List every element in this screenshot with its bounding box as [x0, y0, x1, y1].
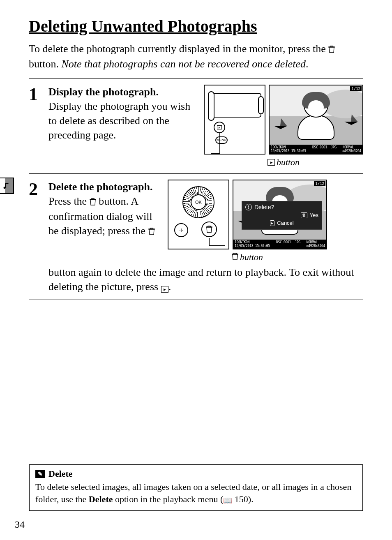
play-icon: ▸: [267, 159, 275, 166]
trash-button-illustration: [201, 222, 217, 237]
step-2-body-a: Press the: [48, 195, 90, 207]
intro-note: Note that photographs can not be recover…: [61, 58, 305, 70]
play-button-illustration: ▸: [214, 122, 225, 133]
intro-paragraph: To delete the photograph currently displ…: [29, 42, 363, 71]
step-1-title: Display the photograph.: [48, 85, 200, 99]
step-2: 2 Delete the photograph. Press the butto…: [29, 174, 363, 300]
tip-box-delete: ✎ Delete To delete selected images, all …: [29, 464, 363, 511]
warning-icon: !: [245, 204, 252, 210]
step-number: 1: [29, 85, 48, 168]
image-counter: 1/12: [314, 181, 325, 186]
image-info-bar: 100NIKON15/05/2013 15:30:05 DSC_0001. JP…: [233, 240, 326, 249]
trash-icon: [90, 195, 96, 209]
step-2-figures: OK ·i· 1/12 !Delete? 🗑Yes ▸Cancel: [168, 180, 327, 263]
step-1-caption: ▸ button: [267, 157, 300, 168]
step-2-title: Delete the photograph.: [48, 180, 164, 194]
camera-diagram-trash: OK ·i·: [168, 180, 229, 249]
trash-icon: [148, 224, 155, 239]
step-1-body: Display the photograph you wish to delet…: [48, 99, 200, 142]
multi-selector-illustration: OK: [182, 186, 214, 218]
step-2-caption: button: [232, 252, 263, 263]
trash-icon: 🗑: [301, 212, 307, 218]
dialog-yes: Yes: [310, 212, 318, 218]
trash-icon: [232, 252, 238, 263]
pencil-icon: ✎: [35, 470, 45, 478]
music-note-icon: [2, 182, 11, 190]
tip-page-ref: 150).: [232, 494, 253, 504]
step-2-body-d: .: [168, 281, 171, 293]
delete-dialog: !Delete? 🗑Yes ▸Cancel: [242, 201, 322, 230]
image-counter: 1/12: [350, 86, 362, 91]
dialog-title: Delete?: [254, 204, 274, 210]
tip-title: Delete: [48, 468, 73, 479]
menu-button-illustration: MENU: [215, 136, 228, 144]
intro-text-b: button.: [29, 58, 61, 70]
page-number: 34: [15, 519, 25, 530]
intro-text-c: .: [306, 58, 309, 70]
step-1-figures: ▸ MENU 1/12 100NIKON15/05/2013 15:30:05 …: [204, 85, 363, 168]
camera-diagram-play: ▸ MENU: [204, 85, 265, 155]
tip-text-b: option in the playback menu (: [113, 494, 223, 504]
ok-button-illustration: OK: [191, 194, 206, 210]
page-title: Deleting Unwanted Photographs: [29, 16, 363, 36]
step-number: 2: [29, 180, 48, 294]
lcd-preview-1: 1/12 100NIKON15/05/2013 15:30:05 DSC_000…: [269, 85, 363, 155]
i-button-illustration: ·i·: [174, 223, 188, 237]
trash-icon: [328, 42, 335, 57]
play-icon: ▸: [270, 220, 274, 226]
step-2-body-c: button again to delete the image and ret…: [48, 266, 354, 293]
section-tab: [0, 178, 14, 194]
tip-text-bold: Delete: [89, 494, 113, 504]
play-icon: ▸: [161, 286, 168, 293]
dialog-cancel: Cancel: [277, 220, 293, 226]
manual-page: Deleting Unwanted Photographs To delete …: [0, 0, 392, 540]
intro-text-a: To delete the photograph currently displ…: [29, 43, 328, 55]
image-info-bar: 100NIKON15/05/2013 15:30:05 DSC_0001. JP…: [270, 145, 362, 154]
book-icon: 📖: [223, 496, 232, 505]
lcd-preview-2: 1/12 !Delete? 🗑Yes ▸Cancel 100NIKON15/05…: [233, 180, 327, 249]
step-1: 1 Display the photograph. Display the ph…: [29, 79, 363, 174]
